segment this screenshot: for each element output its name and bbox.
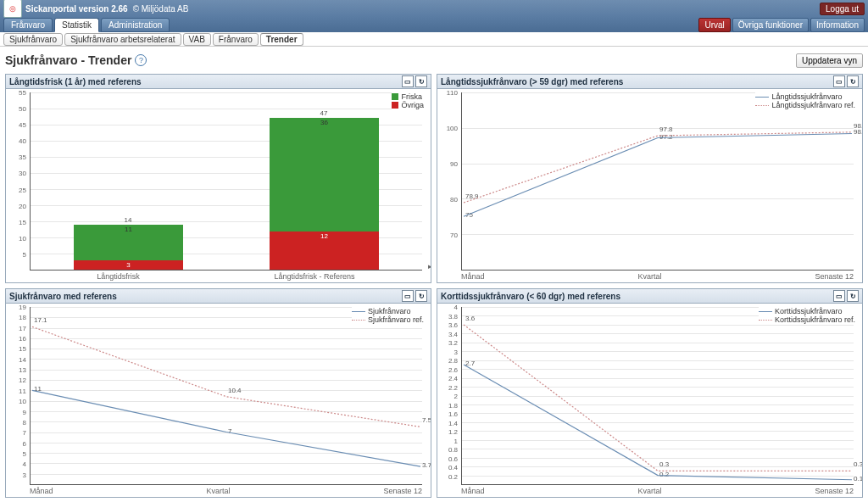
app-copyright: © Miljödata AB: [133, 4, 189, 14]
legend-ovriga-icon: [392, 102, 398, 109]
app-logo-icon: ◎: [3, 0, 22, 18]
panel-langtidsfrisk: Långtidsfrisk (1 år) med referens ▭ ↻ 51…: [5, 74, 431, 283]
legend: Friska Övriga: [392, 92, 424, 109]
legend-friska-icon: [392, 93, 398, 100]
subtab-franvaro[interactable]: Frånvaro: [213, 33, 259, 46]
panel-refresh-icon[interactable]: ↻: [415, 290, 427, 302]
subtab-sjukfranvaro[interactable]: Sjukfrånvaro: [3, 33, 63, 46]
panel-maximize-icon[interactable]: ▭: [402, 75, 414, 87]
app-title: Sickanportal version 2.66: [25, 4, 128, 14]
panel-header: Sjukfrånvaro med referens ▭ ↻: [6, 289, 431, 304]
sub-nav: Sjukfrånvaro Sjukfrånvaro arbetsrelatera…: [0, 32, 868, 47]
panel-maximize-icon[interactable]: ▭: [402, 290, 414, 302]
panel-korttidssjukfranvaro: Korttidssjukfrånvaro (< 60 dgr) med refe…: [437, 288, 863, 498]
panel-maximize-icon[interactable]: ▭: [833, 75, 845, 87]
panel-title: Långtidsfrisk (1 år) med referens: [9, 77, 142, 86]
panel-maximize-icon[interactable]: ▭: [833, 290, 845, 302]
panel-title: Korttidssjukfrånvaro (< 60 dgr) med refe…: [441, 292, 620, 301]
nav-tab-franvaro[interactable]: Frånvaro: [3, 18, 53, 32]
subtab-vab[interactable]: VAB: [183, 33, 211, 46]
legend-ovriga-label: Övriga: [401, 101, 424, 109]
urval-button[interactable]: Urval: [698, 18, 730, 32]
nav-tab-statistik[interactable]: Statistik: [54, 18, 99, 32]
panel-header: Långtidsfrisk (1 år) med referens ▭ ↻: [6, 75, 431, 89]
panel-refresh-icon[interactable]: ↻: [847, 75, 859, 87]
panel-refresh-icon[interactable]: ↻: [847, 290, 859, 302]
panel-sjukfranvaro: Sjukfrånvaro med referens ▭ ↻ 3456789101…: [5, 288, 431, 498]
nav-tab-administration[interactable]: Administration: [101, 18, 170, 32]
ovriga-funktioner-button[interactable]: Övriga funktioner: [732, 18, 809, 32]
panel-langtidssjukfranvaro: Långtidssjukfrånvaro (> 59 dgr) med refe…: [437, 74, 863, 283]
panel-header: Långtidssjukfrånvaro (> 59 dgr) med refe…: [437, 75, 862, 89]
panel-title: Långtidssjukfrånvaro (> 59 dgr) med refe…: [441, 77, 623, 86]
panel-header: Korttidssjukfrånvaro (< 60 dgr) med refe…: [437, 289, 862, 304]
information-button[interactable]: Information: [810, 18, 865, 32]
scroll-right-icon[interactable]: ▸: [428, 262, 431, 271]
update-view-button[interactable]: Uppdatera vyn: [796, 53, 863, 68]
subtab-trender[interactable]: Trender: [260, 33, 303, 46]
page-title: Sjukfrånvaro - Trender: [5, 53, 131, 67]
logout-button[interactable]: Logga ut: [820, 3, 865, 15]
subtab-arbetsrelaterat[interactable]: Sjukfrånvaro arbetsrelaterat: [64, 33, 181, 46]
title-bar: ◎ Sickanportal version 2.66 © Miljödata …: [0, 0, 868, 17]
main-nav: Frånvaro Statistik Administration Urval …: [0, 17, 868, 32]
help-icon[interactable]: ?: [135, 54, 147, 66]
panel-title: Sjukfrånvaro med referens: [9, 292, 117, 301]
legend-friska-label: Friska: [401, 92, 422, 101]
panel-refresh-icon[interactable]: ↻: [415, 75, 427, 87]
